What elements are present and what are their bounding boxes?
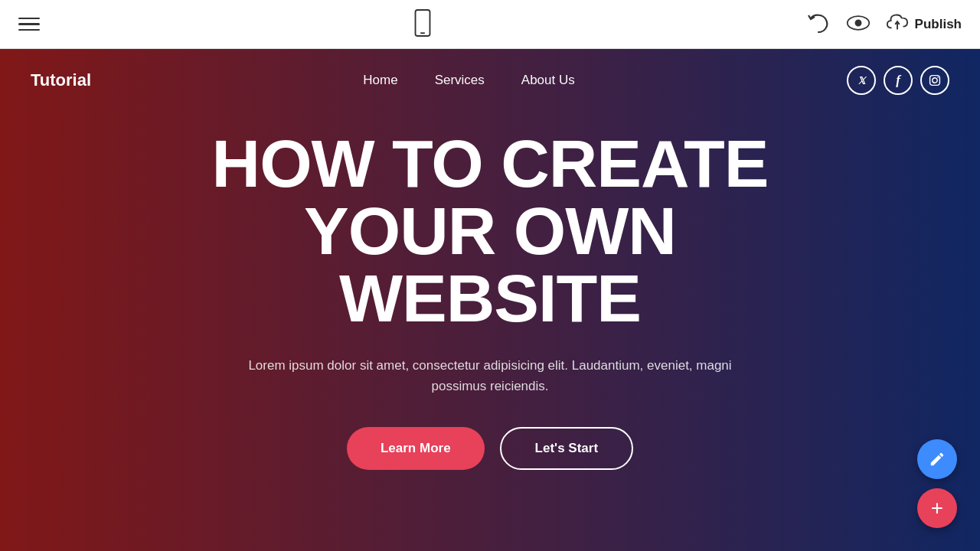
site-logo: Tutorial	[31, 70, 91, 90]
twitter-button[interactable]: 𝕏	[847, 66, 876, 95]
learn-more-button[interactable]: Learn More	[347, 427, 485, 470]
svg-point-7	[937, 77, 939, 78]
toolbar: Publish	[0, 0, 980, 49]
toolbar-right: Publish	[806, 11, 962, 38]
add-fab[interactable]: +	[917, 488, 957, 528]
fab-container: +	[917, 439, 957, 528]
hero-title-line2: YOUR OWN WEBSITE	[304, 193, 676, 336]
site-nav: Tutorial Home Services About Us 𝕏 f	[0, 49, 980, 112]
hero-title-line1: HOW TO CREATE	[212, 126, 769, 201]
hero-buttons: Learn More Let's Start	[176, 427, 804, 470]
nav-link-home[interactable]: Home	[363, 73, 397, 88]
hamburger-icon[interactable]	[18, 18, 40, 31]
nav-link-services[interactable]: Services	[435, 73, 485, 88]
hero-section: Tutorial Home Services About Us 𝕏 f	[0, 49, 980, 551]
social-icons: 𝕏 f	[847, 66, 949, 95]
svg-point-3	[855, 20, 861, 25]
site-wrapper: Tutorial Home Services About Us 𝕏 f	[0, 49, 980, 551]
lets-start-button[interactable]: Let's Start	[500, 427, 633, 470]
publish-button[interactable]: Publish	[886, 13, 962, 35]
svg-rect-0	[416, 9, 430, 35]
eye-icon[interactable]	[846, 12, 871, 37]
nav-link-about[interactable]: About Us	[521, 73, 575, 88]
hero-content: HOW TO CREATE YOUR OWN WEBSITE Lorem ips…	[145, 130, 835, 470]
cloud-upload-icon	[886, 13, 909, 35]
site-nav-links: Home Services About Us	[363, 73, 574, 88]
undo-icon[interactable]	[806, 11, 831, 38]
hero-title: HOW TO CREATE YOUR OWN WEBSITE	[176, 130, 804, 332]
toolbar-center	[412, 9, 433, 40]
mobile-preview-icon[interactable]	[412, 9, 433, 40]
instagram-button[interactable]	[920, 66, 949, 95]
svg-point-6	[933, 78, 937, 83]
facebook-button[interactable]: f	[884, 66, 913, 95]
publish-label: Publish	[915, 17, 962, 32]
hero-subtitle: Lorem ipsum dolor sit amet, consectetur …	[222, 355, 758, 396]
edit-fab[interactable]	[917, 439, 957, 479]
toolbar-left	[18, 18, 40, 31]
